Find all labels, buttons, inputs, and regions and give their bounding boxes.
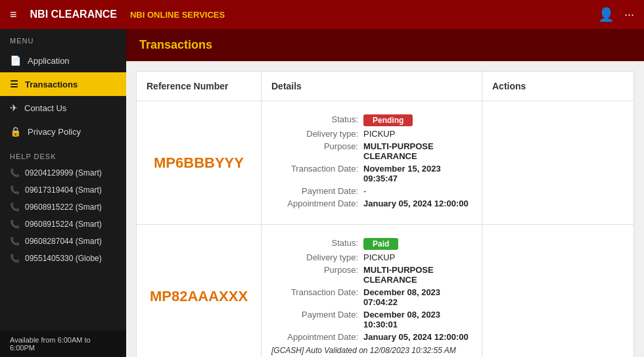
sidebar-item-transactions-label: Transactions [25, 80, 78, 89]
phone-number-4: 09608915224 (Smart) [25, 220, 102, 229]
purpose-label-2: Purpose: [271, 265, 363, 285]
status-badge-1: Pending [363, 114, 413, 126]
col-header-reference: Reference Number [137, 72, 262, 101]
paydate-value-1: - [363, 186, 366, 196]
nav-right: 👤 ··· [598, 7, 634, 22]
delivery-label-1: Delivery type: [271, 129, 363, 139]
table-row: MP82AAAXXX Status: Paid Delivery type: P… [137, 225, 633, 357]
phone-item-1: 📞 09204129999 (Smart) [0, 164, 126, 181]
detail-paydate-row-1: Payment Date: - [271, 186, 472, 196]
status-pending-badge-1: Pending [363, 114, 413, 126]
reference-number-1: MP6BBBYYY [154, 155, 244, 172]
sidebar-item-contact-us[interactable]: ✈ Contact Us [0, 96, 126, 120]
sidebar-item-application-label: Application [28, 56, 70, 66]
page-title: Transactions [126, 29, 644, 61]
application-icon: 📄 [10, 55, 21, 66]
available-hours: Available from 6:00AM to 6:00PM [0, 331, 126, 357]
apptdate-label-1: Appointment Date: [271, 199, 363, 208]
ref-cell-2: MP82AAAXXX [137, 225, 262, 357]
phone-number-2: 09617319404 (Smart) [25, 185, 102, 195]
phone-icon-6: 📞 [10, 254, 20, 263]
sidebar-item-privacy-label: Privacy Policy [28, 127, 81, 137]
service-title: NBI ONLINE SERVICES [130, 10, 598, 20]
brand-title: NBI CLEARANCE [30, 9, 117, 20]
detail-txdate-row-1: Transaction Date: November 15, 2023 09:3… [271, 164, 472, 183]
detail-delivery-row-2: Delivery type: PICKUP [271, 252, 472, 262]
details-cell-2: Status: Paid Delivery type: PICKUP Purpo… [262, 225, 482, 357]
detail-paydate-row-2: Payment Date: December 08, 2023 10:30:01 [271, 310, 472, 329]
detail-apptdate-row-1: Appointment Date: January 05, 2024 12:00… [271, 199, 472, 208]
apptdate-value-1: January 05, 2024 12:00:00 [363, 199, 469, 208]
details-cell-1: Status: Pending Delivery type: PICKUP Pu… [262, 101, 482, 224]
txdate-label-1: Transaction Date: [271, 164, 363, 183]
phone-icon-4: 📞 [10, 220, 20, 229]
main-layout: MENU 📄 Application ☰ Transactions ✈ Cont… [0, 29, 644, 357]
sidebar-item-transactions[interactable]: ☰ Transactions [0, 72, 126, 96]
detail-delivery-row-1: Delivery type: PICKUP [271, 129, 472, 139]
table-row: MP6BBBYYY Status: Pending Delivery type:… [137, 101, 633, 225]
ref-cell-1: MP6BBBYYY [137, 101, 262, 224]
col-header-actions: Actions [482, 72, 633, 101]
sidebar-item-privacy-policy[interactable]: 🔒 Privacy Policy [0, 120, 126, 143]
hamburger-icon[interactable]: ≡ [10, 8, 17, 22]
detail-apptdate-row-2: Appointment Date: January 05, 2024 12:00… [271, 332, 472, 342]
paydate-value-2: December 08, 2023 10:30:01 [363, 310, 472, 329]
sidebar-item-application[interactable]: 📄 Application [0, 49, 126, 72]
phone-number-5: 09608287044 (Smart) [25, 237, 102, 246]
top-navigation: ≡ NBI CLEARANCE NBI ONLINE SERVICES 👤 ··… [0, 0, 644, 29]
actions-cell-1 [482, 101, 633, 224]
phone-icon-3: 📞 [10, 202, 20, 212]
status-label-1: Status: [271, 114, 363, 126]
phone-item-6: 📞 09551405330 (Globe) [0, 250, 126, 267]
phone-number-1: 09204129999 (Smart) [25, 168, 102, 178]
privacy-icon: 🔒 [10, 126, 21, 137]
contact-icon: ✈ [10, 103, 18, 113]
user-icon[interactable]: 👤 [598, 7, 614, 22]
detail-purpose-row-1: Purpose: MULTI-PURPOSE CLEARANCE [271, 141, 472, 161]
apptdate-label-2: Appointment Date: [271, 332, 363, 342]
content-area: Transactions Reference Number Details Ac… [126, 29, 644, 357]
phone-item-5: 📞 09608287044 (Smart) [0, 233, 126, 250]
table-header: Reference Number Details Actions [137, 72, 633, 101]
detail-status-row-1: Status: Pending [271, 114, 472, 126]
txdate-value-2: December 08, 2023 07:04:22 [363, 287, 472, 307]
delivery-value-1: PICKUP [363, 129, 395, 139]
phone-icon-1: 📞 [10, 168, 20, 178]
purpose-value-1: MULTI-PURPOSE CLEARANCE [363, 141, 472, 161]
helpdesk-label: HELP DESK [0, 143, 126, 164]
detail-status-row-2: Status: Paid [271, 238, 472, 250]
sidebar: MENU 📄 Application ☰ Transactions ✈ Cont… [0, 29, 126, 357]
sidebar-item-contact-label: Contact Us [24, 103, 66, 113]
phone-icon-2: 📞 [10, 185, 20, 195]
menu-label: MENU [0, 29, 126, 49]
phone-icon-5: 📞 [10, 237, 20, 246]
transactions-icon: ☰ [10, 79, 18, 89]
status-label-2: Status: [271, 238, 363, 250]
delivery-label-2: Delivery type: [271, 252, 363, 262]
delivery-value-2: PICKUP [363, 252, 395, 262]
actions-cell-2 [482, 225, 633, 357]
phone-item-4: 📞 09608915224 (Smart) [0, 216, 126, 233]
more-options-icon[interactable]: ··· [624, 8, 634, 22]
purpose-value-2: MULTI-PURPOSE CLEARANCE [363, 265, 472, 285]
phone-number-3: 09608915222 (Smart) [25, 202, 102, 212]
txdate-label-2: Transaction Date: [271, 287, 363, 307]
phone-item-2: 📞 09617319404 (Smart) [0, 181, 126, 199]
phone-item-3: 📞 09608915222 (Smart) [0, 199, 126, 216]
purpose-label-1: Purpose: [271, 141, 363, 161]
status-paid-badge-2: Paid [363, 238, 398, 250]
paydate-label-1: Payment Date: [271, 186, 363, 196]
col-header-details: Details [262, 72, 482, 101]
transactions-table: Reference Number Details Actions MP6BBBY… [136, 71, 634, 357]
status-badge-2: Paid [363, 238, 398, 250]
phone-number-6: 09551405330 (Globe) [25, 254, 102, 263]
reference-number-2: MP82AAAXXX [150, 288, 248, 305]
detail-purpose-row-2: Purpose: MULTI-PURPOSE CLEARANCE [271, 265, 472, 285]
txdate-value-1: November 15, 2023 09:35:47 [363, 164, 472, 183]
detail-txdate-row-2: Transaction Date: December 08, 2023 07:0… [271, 287, 472, 307]
gcash-note-2: [GCASH] Auto Validated on 12/08/2023 10:… [271, 346, 472, 355]
paydate-label-2: Payment Date: [271, 310, 363, 329]
apptdate-value-2: January 05, 2024 12:00:00 [363, 332, 469, 342]
